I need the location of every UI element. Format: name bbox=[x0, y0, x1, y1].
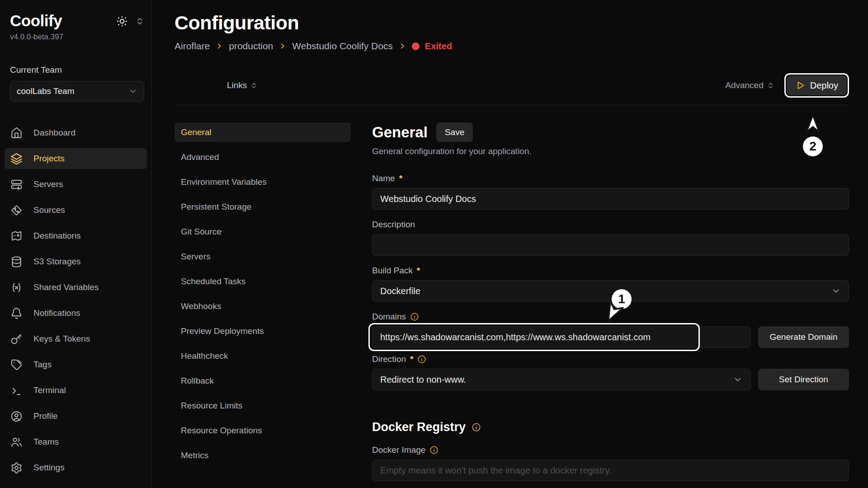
app-logo[interactable]: Coolify bbox=[10, 12, 62, 30]
subnav-item-label: Persistent Storage bbox=[181, 202, 251, 212]
chevron-down-icon bbox=[128, 87, 137, 96]
subnav-item-label: Scheduled Tasks bbox=[181, 277, 245, 286]
tab-links-label: Links bbox=[227, 80, 247, 90]
play-icon bbox=[795, 80, 805, 90]
page-title: Configuration bbox=[175, 12, 849, 34]
docker-image-label: Docker Image bbox=[372, 445, 425, 455]
breadcrumb-item[interactable]: production bbox=[229, 41, 273, 52]
annotation-step-2-badge: 2 bbox=[803, 136, 823, 156]
sidebar-item[interactable]: Servers bbox=[5, 174, 147, 195]
sidebar-item[interactable]: Keys & Tokens bbox=[5, 328, 147, 349]
subnav-item[interactable]: General bbox=[175, 122, 351, 142]
tag-icon bbox=[10, 359, 23, 371]
save-button[interactable]: Save bbox=[436, 122, 473, 142]
info-icon[interactable] bbox=[410, 312, 419, 321]
section-description: General configuration for your applicati… bbox=[372, 146, 849, 156]
docker-image-input[interactable] bbox=[372, 460, 849, 481]
breadcrumb-item[interactable]: Webstudio Coolify Docs bbox=[292, 41, 393, 52]
subnav-item[interactable]: Rollback bbox=[175, 371, 351, 390]
map-icon bbox=[10, 230, 23, 242]
user-circle-icon bbox=[10, 410, 23, 422]
info-icon[interactable] bbox=[472, 422, 481, 432]
build-pack-value: Dockerfile bbox=[380, 286, 420, 296]
gear-icon bbox=[10, 462, 23, 474]
direction-label: Direction bbox=[372, 354, 406, 364]
subnav-item[interactable]: Environment Variables bbox=[175, 172, 351, 192]
sidebar-item[interactable]: Notifications bbox=[5, 303, 147, 324]
server-icon bbox=[10, 178, 23, 191]
sidebar-item[interactable]: Projects bbox=[5, 148, 147, 169]
subnav-item[interactable]: Preview Deployments bbox=[175, 321, 351, 341]
direction-value: Redirect to non-www. bbox=[380, 375, 466, 385]
set-direction-button[interactable]: Set Direction bbox=[758, 369, 849, 390]
advanced-dropdown[interactable]: Advanced bbox=[725, 80, 774, 90]
required-asterisk: * bbox=[410, 354, 413, 364]
subnav-item-label: Resource Limits bbox=[181, 401, 242, 411]
sidebar-item-label: Dashboard bbox=[33, 128, 75, 138]
subnav-item[interactable]: Resource Limits bbox=[175, 396, 351, 415]
subnav-item[interactable]: Healthcheck bbox=[175, 346, 351, 366]
sidebar-item[interactable]: Teams bbox=[5, 432, 147, 452]
description-input[interactable] bbox=[372, 234, 849, 256]
sidebar-item[interactable]: Sources bbox=[5, 200, 147, 221]
subnav-item-label: Healthcheck bbox=[181, 351, 228, 361]
subnav-item[interactable]: Git Source bbox=[175, 222, 351, 241]
sidebar-item-label: Terminal bbox=[33, 385, 66, 395]
deploy-button[interactable]: Deploy bbox=[787, 75, 847, 95]
tabs-row: Links Advanced Deploy bbox=[175, 73, 849, 98]
subnav-item-label: Git Source bbox=[181, 227, 222, 237]
sidebar-item[interactable]: Tags bbox=[5, 354, 147, 375]
subnav-item[interactable]: Scheduled Tasks bbox=[175, 272, 351, 291]
sidebar-item-label: Tags bbox=[33, 360, 52, 370]
subnav-item[interactable]: Servers bbox=[175, 247, 351, 266]
breadcrumb-item[interactable]: Airoflare bbox=[175, 41, 210, 52]
sidebar-item-label: Projects bbox=[33, 154, 65, 164]
info-icon[interactable] bbox=[429, 446, 439, 455]
subnav-item[interactable]: Advanced bbox=[175, 147, 351, 167]
subnav-item-label: Rollback bbox=[181, 376, 214, 386]
sidebar-item[interactable]: Shared Variables bbox=[5, 277, 147, 298]
chevron-down-icon bbox=[831, 286, 841, 296]
sidebar-item[interactable]: Settings bbox=[5, 457, 147, 478]
tabs-divider bbox=[175, 105, 849, 105]
subnav-item[interactable]: Metrics bbox=[175, 446, 351, 465]
current-team-label: Current Team bbox=[10, 65, 144, 75]
sidebar-item[interactable]: Dashboard bbox=[5, 122, 147, 143]
description-label: Description bbox=[372, 220, 415, 230]
sidebar-item-label: Destinations bbox=[33, 231, 81, 241]
sidebar-item-label: Teams bbox=[33, 437, 59, 447]
subnav-item[interactable]: Persistent Storage bbox=[175, 197, 351, 216]
key-icon bbox=[10, 333, 23, 345]
theme-toggle-sun-icon[interactable] bbox=[116, 15, 128, 27]
docker-registry-title: Docker Registry bbox=[372, 420, 466, 434]
name-input[interactable] bbox=[372, 188, 849, 210]
name-label: Name bbox=[372, 174, 395, 183]
sidebar-item[interactable]: Destinations bbox=[5, 225, 147, 246]
subnav-item[interactable]: Webhooks bbox=[175, 296, 351, 316]
required-asterisk: * bbox=[417, 266, 420, 276]
sidebar-item[interactable]: S3 Storages bbox=[5, 251, 147, 272]
info-icon[interactable] bbox=[417, 355, 426, 364]
generate-domain-button[interactable]: Generate Domain bbox=[758, 326, 849, 348]
sidebar-item-label: Shared Variables bbox=[33, 282, 99, 292]
chevron-down-icon bbox=[733, 375, 743, 385]
git-diamond-icon bbox=[10, 204, 23, 216]
annotation-arrow-up-icon bbox=[802, 113, 823, 136]
sidebar-item[interactable]: Terminal bbox=[5, 380, 147, 401]
direction-select[interactable]: Redirect to non-www. bbox=[372, 369, 751, 390]
tab-links[interactable]: Links bbox=[227, 80, 258, 90]
section-title: General bbox=[372, 124, 428, 141]
terminal-icon bbox=[10, 385, 23, 397]
team-select[interactable]: coolLabs Team bbox=[10, 81, 144, 102]
domains-input[interactable] bbox=[372, 326, 751, 348]
chevrons-up-down-icon[interactable] bbox=[135, 17, 144, 26]
sidebar-item[interactable]: Profile bbox=[5, 406, 147, 427]
chevron-right-icon bbox=[216, 42, 223, 50]
main-content: Configuration Airoflare production Webst… bbox=[152, 0, 868, 488]
bell-icon bbox=[10, 307, 23, 319]
variable-icon bbox=[10, 282, 23, 294]
advanced-dropdown-label: Advanced bbox=[725, 80, 764, 90]
subnav-item[interactable]: Resource Operations bbox=[175, 421, 351, 440]
sidebar-item-label: S3 Storages bbox=[33, 257, 81, 267]
chevrons-up-down-icon bbox=[767, 82, 774, 89]
